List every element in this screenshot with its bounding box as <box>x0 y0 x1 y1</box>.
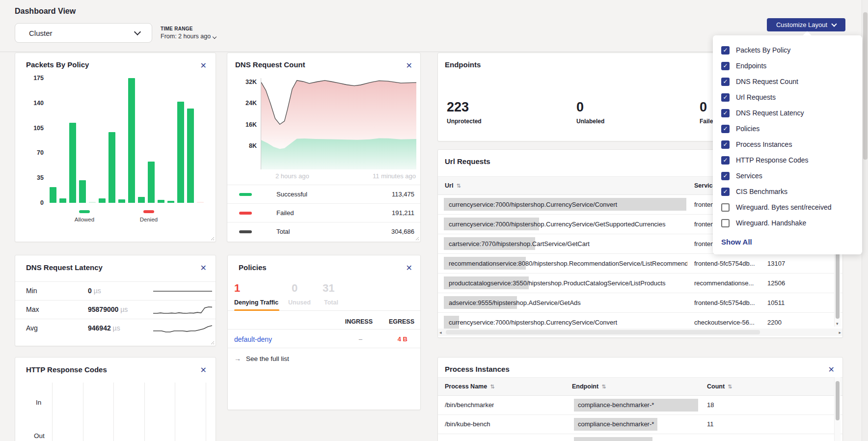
scroll-left-icon[interactable]: ◂ <box>439 330 442 335</box>
page-scrollbar[interactable] <box>862 0 868 441</box>
menu-item-dns-request-count[interactable]: ✓DNS Request Count <box>713 74 862 89</box>
dns-area-chart <box>261 78 416 169</box>
table-row[interactable]: recommendationservice:8080/hipstershop.R… <box>438 254 842 274</box>
table-row[interactable]: productcatalogservice:3550/hipstershop.P… <box>438 274 842 293</box>
close-icon[interactable]: ✕ <box>828 366 835 374</box>
menu-item-url-requests[interactable]: ✓Url Requests <box>713 89 862 105</box>
horizontal-scrollbar[interactable]: ◂ ▸ <box>438 329 842 336</box>
menu-item-process-instances[interactable]: ✓Process Instances <box>713 137 862 152</box>
menu-item-cis-benchmarks[interactable]: ✓CIS Benchmarks <box>713 184 862 199</box>
sort-icon[interactable]: ⇅ <box>728 384 732 389</box>
table-row[interactable]: benchmarkercompliance-benchmarker-*9 <box>438 434 842 441</box>
tab-total[interactable]: Total <box>324 299 338 306</box>
view-selector-value: Cluster <box>29 29 53 37</box>
url-cell: recommendationservice:8080/hipstershop.R… <box>449 260 687 267</box>
see-full-list-link[interactable]: → See the full list <box>234 355 289 362</box>
column-header-url[interactable]: Url⇅ <box>445 182 461 189</box>
count-cell: 10511 <box>767 299 785 306</box>
checkbox-checked-icon[interactable]: ✓ <box>721 109 730 117</box>
scrollbar-thumb[interactable] <box>836 381 840 420</box>
sort-icon[interactable]: ⇅ <box>456 183 461 189</box>
column-header-endpoint[interactable]: Endpoint⇅ <box>572 383 606 390</box>
x-axis-start-label: 2 hours ago <box>275 172 309 180</box>
policy-link-default-deny[interactable]: default-deny <box>234 335 272 343</box>
close-icon[interactable]: ✕ <box>200 366 207 374</box>
checkbox-checked-icon[interactable]: ✓ <box>721 188 730 196</box>
menu-item-http-response-codes[interactable]: ✓HTTP Response Codes <box>713 152 862 168</box>
legend-value: 191,211 <box>392 209 414 217</box>
gridline <box>175 383 175 441</box>
customize-layout-button[interactable]: Customize Layout <box>767 18 845 31</box>
checkbox-checked-icon[interactable]: ✓ <box>721 62 730 70</box>
process-table-rows: /bin/benchmarkercompliance-benchmarker-*… <box>438 396 842 441</box>
menu-item-wireguard-handshake[interactable]: Wireguard. Handshake <box>713 215 862 231</box>
sort-icon[interactable]: ⇅ <box>601 384 606 389</box>
vertical-scrollbar[interactable] <box>834 377 841 441</box>
checkbox-checked-icon[interactable]: ✓ <box>721 140 730 149</box>
show-all-link[interactable]: Show All <box>721 234 752 249</box>
menu-item-wireguard-bytes-sent-received[interactable]: Wireguard. Bytes sent/received <box>713 199 862 215</box>
url-cell: cartservice:7070/hipstershop.CartService… <box>449 240 687 248</box>
scroll-down-icon[interactable]: ▾ <box>836 321 839 326</box>
table-row[interactable]: adservice:9555/hipstershop.AdService/Get… <box>438 293 842 313</box>
y-axis-tick: 140 <box>15 100 44 107</box>
latency-sparkline <box>153 286 212 297</box>
y-axis-tick: 70 <box>15 149 44 156</box>
checkbox-checked-icon[interactable]: ✓ <box>721 156 730 165</box>
checkbox-checked-icon[interactable]: ✓ <box>721 93 730 102</box>
time-range-value[interactable]: From: 2 hours ago <box>161 33 216 40</box>
egress-value: 4 B <box>398 335 407 343</box>
checkbox-checked-icon[interactable]: ✓ <box>721 46 730 55</box>
card-title: DNS Request Latency <box>26 263 103 272</box>
close-icon[interactable]: ✕ <box>200 62 207 70</box>
menu-item-label: Url Requests <box>736 93 776 101</box>
close-icon[interactable]: ✕ <box>406 62 412 70</box>
latency-label: Max <box>26 305 39 313</box>
scrollbar-thumb[interactable] <box>863 12 868 160</box>
menu-item-dns-request-latency[interactable]: ✓DNS Request Latency <box>713 105 862 121</box>
resize-handle[interactable] <box>210 340 214 344</box>
menu-item-services[interactable]: ✓Services <box>713 168 862 184</box>
menu-item-packets-by-policy[interactable]: ✓Packets By Policy <box>713 42 862 58</box>
legend-row-failed: Failed191,211 <box>227 203 420 222</box>
resize-handle[interactable] <box>210 236 214 240</box>
active-tab-underline <box>234 309 279 311</box>
denying-traffic-count: 1 <box>234 282 240 295</box>
x-axis-end-label: 11 minutes ago <box>373 172 416 180</box>
card-title: Packets By Policy <box>26 60 89 69</box>
table-row[interactable]: /bin/benchmarkercompliance-benchmarker-*… <box>438 396 842 415</box>
endpoints-stat-unlabeled: 0 Unlabeled <box>576 100 604 125</box>
column-label: Count <box>707 383 725 390</box>
bar <box>177 102 184 203</box>
legend-label: Failed <box>276 209 294 217</box>
checkbox-checked-icon[interactable]: ✓ <box>721 172 730 180</box>
sort-icon[interactable]: ⇅ <box>490 384 494 389</box>
tab-denying-traffic[interactable]: Denying Traffic <box>234 299 278 306</box>
y-axis-tick: 8K <box>227 142 257 149</box>
close-icon[interactable]: ✕ <box>200 264 207 272</box>
checkbox-unchecked-icon[interactable] <box>721 219 730 227</box>
menu-item-policies[interactable]: ✓Policies <box>713 121 862 137</box>
checkbox-unchecked-icon[interactable] <box>721 203 730 212</box>
scrollbar-thumb[interactable] <box>446 330 760 334</box>
tab-unused[interactable]: Unused <box>288 299 311 306</box>
checkbox-checked-icon[interactable]: ✓ <box>721 125 730 133</box>
card-title: Url Requests <box>445 157 490 165</box>
latency-unit: µs <box>92 287 101 295</box>
menu-item-label: Endpoints <box>736 62 766 70</box>
close-icon[interactable]: ✕ <box>406 264 412 272</box>
menu-item-endpoints[interactable]: ✓Endpoints <box>713 58 862 74</box>
column-header-process-name[interactable]: Process Name⇅ <box>445 383 494 390</box>
scroll-right-icon[interactable]: ▸ <box>839 330 841 335</box>
view-selector[interactable]: Cluster <box>15 23 152 43</box>
y-axis-tick: 24K <box>227 100 257 107</box>
column-header-count[interactable]: Count⇅ <box>707 383 732 390</box>
checkbox-checked-icon[interactable]: ✓ <box>721 78 730 86</box>
latency-value: 0 µs <box>88 287 101 295</box>
table-row[interactable]: /bin/kube-benchcompliance-benchmarker-*1… <box>438 415 842 434</box>
menu-item-label: DNS Request Count <box>736 78 798 85</box>
y-axis-tick: 35 <box>15 174 44 181</box>
count-cell: 12506 <box>767 279 785 287</box>
customize-menu-list: ✓Packets By Policy✓Endpoints✓DNS Request… <box>713 42 862 231</box>
menu-item-label: CIS Benchmarks <box>736 188 787 195</box>
